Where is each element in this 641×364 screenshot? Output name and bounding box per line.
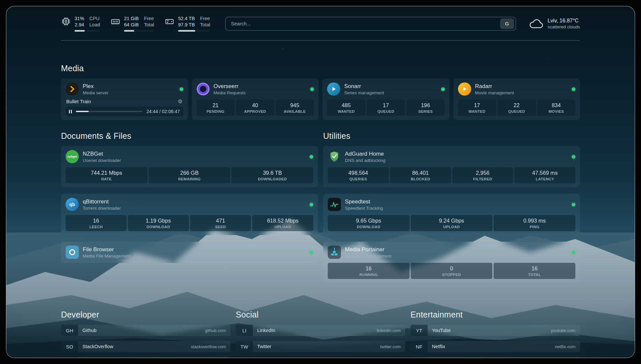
memory-total-value: 64 GiB [124,22,138,28]
stat-queued: 17 QUEUED [367,100,405,116]
service-card-overseerr[interactable]: Overseerr Media Requests 21 PENDING 40 A… [192,78,319,120]
cloud-icon [529,17,544,30]
settings-icon[interactable]: ⚙ [178,98,182,105]
bookmark-reddit[interactable]: RE Reddit reddit.com [411,357,580,358]
dashboard-screen: 31% 2.94 CPU Load [6,6,635,358]
stat-running: 16 RUNNING [328,263,410,279]
section-title-utilities: Utilities [323,131,580,141]
bookmark-abbr: SO [61,341,78,352]
bookmark-netflix[interactable]: NF Netflix netflix.com [411,341,580,352]
section-title-developer: Developer [61,310,230,319]
now-playing-title: Bullet Train [66,99,91,104]
stat-seed: 471 SEED [190,215,251,231]
disk-free-value: 52.4 TB [178,15,195,22]
service-card-speedtest[interactable]: Speedtest Speedtest Tracking 9.65 Gbps D… [323,194,580,235]
stat-filtered: 2,956 FILTERED [452,167,513,183]
service-card-qbittorrent[interactable]: qb qBittorrent Torrent downloader 16 LEE… [61,194,318,235]
service-name: Plex [83,83,176,90]
stat-upload: 618.52 Mbps UPLOAD [252,215,313,231]
stat-queued: 22 QUEUED [498,100,536,116]
service-name: qBittorrent [83,198,306,205]
stat-upload: 9.24 Gbps UPLOAD [411,215,493,231]
bookmark-abbr: GH [61,325,78,336]
service-card-sonarr[interactable]: Sonarr Series management 485 WANTED 17 Q… [322,78,449,120]
sonarr-icon [327,82,340,96]
service-name: NZBGet [83,151,306,157]
section-title-social: Social [236,310,405,319]
portainer-icon [328,246,341,259]
bookmark-twitter[interactable]: TW Twitter twitter.com [236,341,405,352]
stat-approved: 40 APPROVED [236,100,274,116]
cpu-usage-value: 31% [75,15,84,22]
resource-widget-cpu: 31% 2.94 CPU Load [61,15,100,32]
service-card-nzbget[interactable]: nzbget NZBGet Usenet downloader 744.21 M… [61,146,318,187]
bookmark-linkedin[interactable]: LI LinkedIn linkedin.com [236,325,405,336]
bookmark-github[interactable]: GH Github github.com [61,325,230,336]
bookmark-group-social: Social LI LinkedIn linkedin.com TW Twitt… [236,310,405,358]
cpu-label: CPU [89,15,100,22]
cpu-icon [61,16,71,32]
stat-pending: 21 PENDING [197,100,235,116]
stat-total: 16 TOTAL [494,263,575,279]
nzbget-icon: nzbget [66,150,79,163]
service-description: Speedtest Tracking [345,206,568,211]
service-name: Media Portainer [345,246,568,253]
service-name: File Browser [83,246,306,253]
overseerr-icon [197,82,210,96]
stat-download: 9.65 Gbps DOWNLOAD [328,215,410,231]
search-provider-button[interactable]: G [500,18,514,29]
stat-queries: 498,564 QUERIES [328,167,389,183]
service-card-portainer[interactable]: Media Portainer Container management 16 … [323,242,580,283]
status-indicator [310,87,314,91]
header-divider [61,40,580,41]
stat-download: 1.19 Gbps DOWNLOAD [128,215,189,231]
resource-widget-disk: 52.4 TB 97.9 TB Free Total [165,15,210,32]
playback-progress-track[interactable] [76,111,142,112]
service-card-filebrowser[interactable]: File Browser Media File Management [61,242,318,263]
qbittorrent-icon: qb [66,198,79,211]
status-indicator [572,203,575,206]
status-indicator [180,87,183,91]
service-description: Movie management [475,90,568,95]
bookmark-name: StackOverflow [78,344,113,349]
stat-stopped: 0 STOPPED [411,263,493,279]
service-card-plex[interactable]: Plex Media server Bullet Train ⚙ [61,78,188,120]
memory-progress-bar [124,30,154,32]
stat-wanted: 485 WANTED [327,100,365,116]
service-description: Container management [345,254,568,258]
status-indicator [572,251,575,254]
service-card-adguard[interactable]: AdGuard Home DNS and adblocking 498,564 … [323,146,580,187]
plex-now-playing: Bullet Train ⚙ 24:44 / 02:06:47 [66,98,183,116]
service-description: Media server [83,90,176,95]
resource-widget-memory: 21 GiB 64 GiB Free Total [110,15,154,32]
status-indicator [572,155,575,159]
service-name: Sonarr [344,83,437,90]
bookmark-abbr: LI [236,325,253,336]
bookmark-stackoverflow[interactable]: SO StackOverflow stackoverflow.com [61,341,230,352]
bookmark-domain: linkedin.com [377,328,405,333]
memory-free-value: 21 GiB [124,15,138,22]
bookmark-abbr: DT [61,357,78,358]
load-label: Load [89,22,100,28]
bookmark-name: Netflix [428,344,445,349]
topbar: 31% 2.94 CPU Load [61,15,580,32]
stat-movies: 834 MOVIES [537,100,575,116]
service-name: Overseerr [214,83,307,90]
status-indicator [310,155,313,159]
stat-latency: 47.569 ms LATENCY [514,167,575,183]
bookmark-name: LinkedIn [253,328,275,333]
free-label: Free [144,15,154,22]
bookmark-name: YouTube [428,328,451,333]
bookmark-dev[interactable]: DT DEV dev.to [61,357,230,358]
cpu-progress-bar [75,30,100,32]
stat-remaining: 266 GB REMAINING [149,167,230,183]
resource-widgets: 31% 2.94 CPU Load [61,15,210,32]
pause-icon[interactable] [69,110,72,113]
bookmark-domain: twitter.com [380,344,405,349]
bookmark-youtube[interactable]: YT YouTube youtube.com [411,325,580,336]
bookmark-group-developer: Developer GH Github github.com SO StackO… [61,310,230,358]
service-card-radarr[interactable]: Radarr Movie management 17 WANTED 22 QUE… [453,78,580,120]
search-input[interactable] [231,21,500,26]
status-indicator [441,87,445,91]
service-description: DNS and adblocking [345,158,568,163]
